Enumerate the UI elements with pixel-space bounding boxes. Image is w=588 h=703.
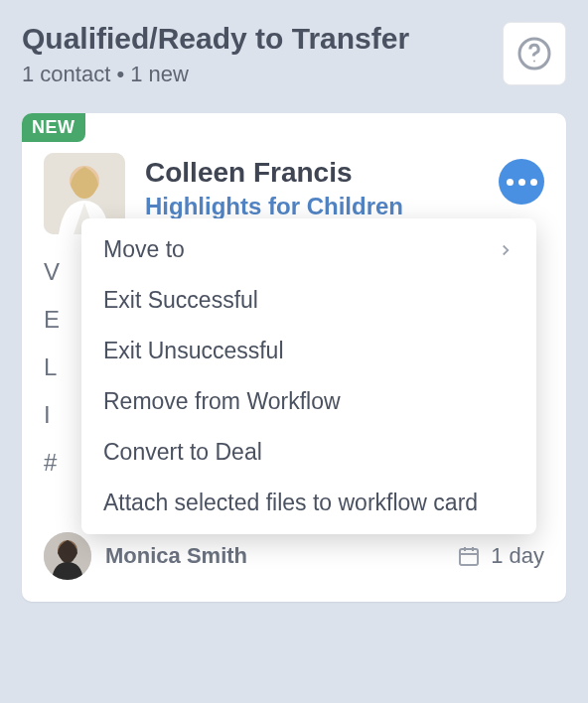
- calendar-icon: [457, 544, 481, 568]
- card-actions-menu: Move to Exit Successful Exit Unsuccessfu…: [81, 218, 536, 534]
- menu-item-exit-unsuccessful[interactable]: Exit Unsuccessful: [81, 326, 536, 376]
- owner-name: Monica Smith: [105, 543, 247, 569]
- menu-item-convert-deal[interactable]: Convert to Deal: [81, 427, 536, 478]
- column-subtitle: 1 contact • 1 new: [22, 62, 503, 87]
- card-due: 1 day: [457, 543, 544, 569]
- menu-item-move-to[interactable]: Move to: [81, 224, 536, 275]
- svg-rect-6: [460, 549, 478, 565]
- dots-icon: [507, 179, 514, 186]
- workflow-column: Qualified/Ready to Transfer 1 contact • …: [0, 0, 588, 624]
- menu-item-label: Remove from Workflow: [103, 388, 341, 415]
- card-more-button[interactable]: [499, 159, 544, 205]
- card-owner[interactable]: Monica Smith: [44, 532, 247, 580]
- avatar-image-icon: [44, 532, 91, 580]
- contact-company-link[interactable]: Highlights for Children: [145, 193, 499, 220]
- contact-name: Colleen Francis: [145, 157, 499, 189]
- menu-item-label: Convert to Deal: [103, 439, 262, 466]
- menu-item-attach-files[interactable]: Attach selected files to workflow card: [81, 478, 536, 528]
- menu-item-label: Exit Successful: [103, 287, 258, 314]
- menu-item-remove-workflow[interactable]: Remove from Workflow: [81, 376, 536, 427]
- column-titles: Qualified/Ready to Transfer 1 contact • …: [22, 22, 503, 87]
- new-badge: NEW: [22, 113, 85, 142]
- menu-item-exit-successful[interactable]: Exit Successful: [81, 275, 536, 326]
- chevron-right-icon: [497, 241, 514, 259]
- column-header: Qualified/Ready to Transfer 1 contact • …: [22, 22, 566, 87]
- owner-avatar: [44, 532, 91, 580]
- menu-item-label: Attach selected files to workflow card: [103, 490, 478, 516]
- menu-item-label: Move to: [103, 236, 185, 263]
- help-icon: [516, 36, 552, 71]
- column-title: Qualified/Ready to Transfer: [22, 22, 503, 56]
- contact-texts: Colleen Francis Highlights for Children: [145, 153, 499, 220]
- menu-item-label: Exit Unsuccessful: [103, 338, 284, 364]
- due-text: 1 day: [491, 543, 544, 569]
- svg-point-1: [533, 61, 535, 63]
- contact-card[interactable]: NEW Colleen Francis Highlights for Child…: [22, 113, 566, 602]
- help-button[interactable]: [503, 22, 566, 85]
